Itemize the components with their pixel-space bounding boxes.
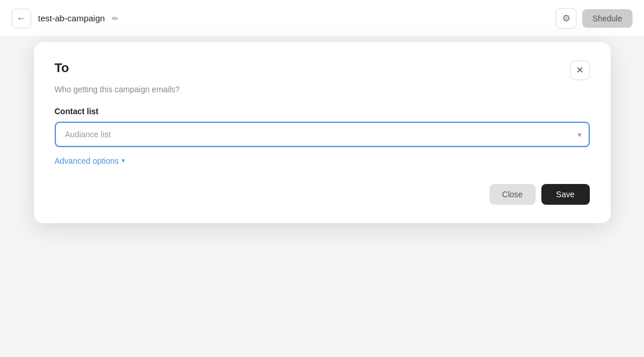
schedule-button[interactable]: Shedule (582, 9, 632, 28)
modal-title: To (55, 61, 69, 76)
modal-actions: Close Save (55, 184, 590, 205)
modal-subtitle: Who getting this campaign emails? (55, 85, 590, 94)
modal-close-button[interactable]: ✕ (570, 61, 590, 80)
back-icon: ← (17, 13, 26, 24)
main-content: ✓ From Mailatmars email@mailatmars.com E… (0, 37, 644, 228)
settings-button[interactable]: ⚙ (556, 8, 577, 29)
modal-overlay: To ✕ Who getting this campaign emails? C… (0, 37, 644, 228)
advanced-options-chevron-icon: ▾ (122, 157, 125, 164)
close-action-button[interactable]: Close (489, 184, 536, 205)
header-left: ← test-ab-campaign ✏ (12, 9, 119, 28)
close-icon: ✕ (576, 65, 583, 76)
header-right: ⚙ Shedule (556, 8, 632, 29)
contact-list-label: Contact list (55, 107, 590, 116)
save-button[interactable]: Save (541, 184, 590, 205)
advanced-options-label: Advanced options (55, 156, 119, 166)
modal-header: To ✕ (55, 61, 590, 80)
header: ← test-ab-campaign ✏ ⚙ Shedule (0, 0, 644, 37)
back-button[interactable]: ← (12, 9, 31, 28)
contact-list-select[interactable]: Audiance list (55, 122, 590, 147)
edit-campaign-icon[interactable]: ✏ (112, 14, 119, 23)
campaign-title: test-ab-campaign (38, 13, 105, 23)
to-modal: To ✕ Who getting this campaign emails? C… (34, 42, 611, 223)
select-wrapper: Audiance list ▾ (55, 122, 590, 147)
advanced-options-toggle[interactable]: Advanced options ▾ (55, 156, 125, 166)
gear-icon: ⚙ (562, 13, 570, 24)
